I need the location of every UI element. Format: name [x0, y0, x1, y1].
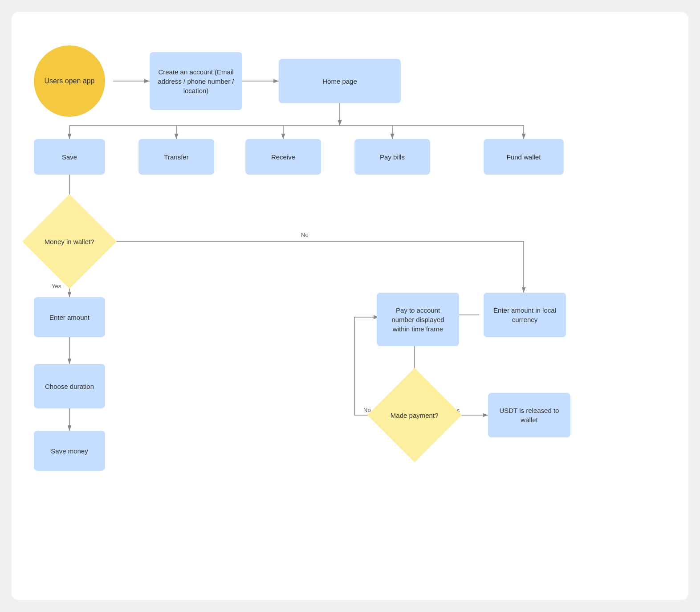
- node-pay-bills: Pay bills: [354, 139, 430, 175]
- node-save: Save: [34, 139, 105, 175]
- node-choose-duration: Choose duration: [34, 364, 105, 408]
- node-users-open-app: Users open app: [34, 45, 105, 117]
- node-save-money: Save money: [34, 431, 105, 471]
- node-enter-amount-local: Enter amount in local currency: [484, 293, 566, 337]
- node-transfer: Transfer: [138, 139, 214, 175]
- node-money-in-wallet: Money in wallet?: [22, 194, 117, 289]
- diagram-container: No Yes No Yes Users open app Create an a…: [12, 12, 688, 600]
- node-receive: Receive: [245, 139, 321, 175]
- node-enter-amount: Enter amount: [34, 297, 105, 337]
- node-fund-wallet: Fund wallet: [484, 139, 564, 175]
- node-pay-to-account: Pay to account number displayed within t…: [377, 293, 459, 346]
- node-create-account: Create an account (Email address / phone…: [150, 52, 242, 110]
- node-home-page: Home page: [279, 59, 401, 103]
- node-usdt-released: USDT is released to wallet: [488, 393, 570, 437]
- node-made-payment: Made payment?: [367, 368, 462, 462]
- svg-text:No: No: [301, 232, 309, 238]
- svg-text:Yes: Yes: [52, 283, 61, 290]
